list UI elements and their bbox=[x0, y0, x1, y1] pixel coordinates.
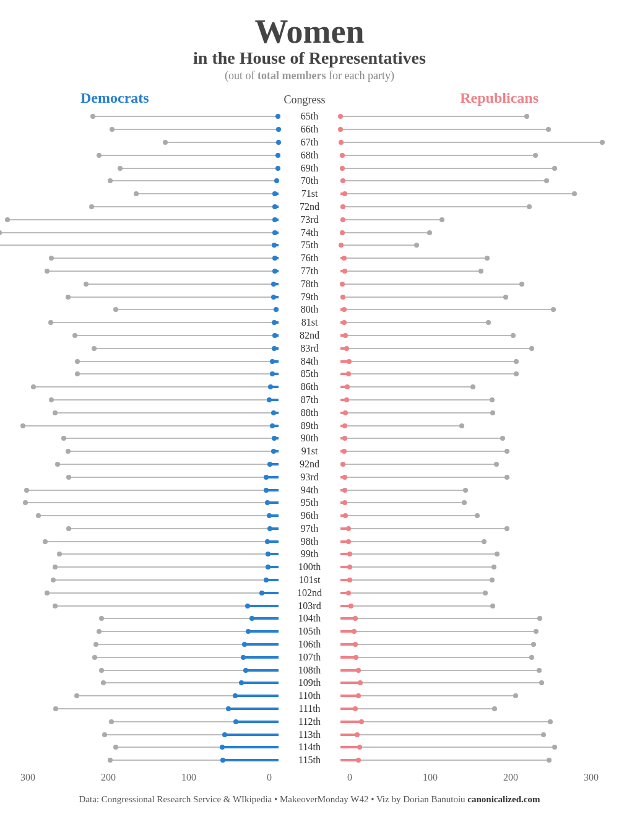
chart-row: 96th bbox=[19, 509, 600, 522]
rep-total-bar bbox=[340, 566, 494, 568]
congress-label: 113th bbox=[279, 729, 340, 740]
rep-total-dot bbox=[514, 371, 519, 376]
dem-women-dot bbox=[226, 706, 231, 711]
chart-row: 100th bbox=[19, 561, 600, 574]
dem-side bbox=[19, 253, 279, 263]
dem-women-bar bbox=[222, 746, 279, 748]
dem-total-bar bbox=[45, 541, 279, 542]
dem-side bbox=[19, 382, 279, 392]
dem-total-bar bbox=[0, 245, 279, 246]
x-axis-gap bbox=[279, 772, 340, 783]
rep-total-dot bbox=[486, 320, 491, 325]
rep-total-bar bbox=[340, 155, 535, 156]
dem-total-bar bbox=[59, 553, 279, 555]
congress-label: 76th bbox=[279, 253, 340, 264]
rep-total-dot bbox=[475, 513, 480, 518]
rep-women-dot bbox=[340, 204, 345, 209]
rep-total-bar bbox=[340, 747, 555, 748]
congress-label: 111th bbox=[279, 703, 340, 714]
dem-total-dot bbox=[109, 719, 114, 724]
dem-total-dot bbox=[53, 410, 58, 415]
chart-row: 77th bbox=[19, 265, 600, 278]
congress-label: 104th bbox=[279, 613, 340, 624]
rep-total-dot bbox=[478, 269, 483, 274]
dem-women-dot bbox=[274, 307, 279, 312]
dem-women-bar bbox=[248, 630, 279, 633]
congress-label: 114th bbox=[279, 742, 340, 753]
rep-women-dot bbox=[347, 578, 352, 582]
chart-row: 111th bbox=[19, 703, 600, 716]
dem-total-bar bbox=[110, 180, 279, 181]
rep-total-dot bbox=[529, 346, 534, 351]
dem-women-dot bbox=[275, 153, 280, 158]
rep-total-bar bbox=[340, 245, 417, 246]
rep-women-dot bbox=[342, 449, 347, 454]
rep-side bbox=[340, 395, 600, 405]
rep-women-dot bbox=[340, 217, 345, 222]
dem-total-dot bbox=[90, 114, 95, 119]
dem-women-bar bbox=[225, 734, 279, 736]
rep-total-dot bbox=[490, 604, 495, 608]
dem-side bbox=[19, 137, 279, 147]
congress-label: 103rd bbox=[279, 600, 340, 612]
congress-label: 70th bbox=[279, 175, 340, 186]
dem-women-dot bbox=[265, 539, 270, 544]
rep-total-bar bbox=[340, 129, 548, 130]
congress-label: 106th bbox=[279, 639, 340, 650]
dem-women-bar bbox=[246, 669, 279, 672]
dem-women-dot bbox=[272, 191, 277, 196]
dem-women-dot bbox=[272, 269, 277, 274]
dem-side bbox=[19, 369, 279, 379]
congress-label: 86th bbox=[279, 381, 340, 392]
rep-side bbox=[340, 240, 600, 250]
rep-total-dot bbox=[514, 359, 519, 364]
dem-total-bar bbox=[69, 477, 279, 478]
rep-women-dot bbox=[352, 629, 357, 634]
dem-total-bar bbox=[58, 464, 279, 465]
rep-total-dot bbox=[552, 745, 557, 750]
dem-side bbox=[19, 163, 279, 173]
dem-total-dot bbox=[66, 526, 71, 531]
dem-total-dot bbox=[113, 745, 118, 750]
rep-women-dot bbox=[340, 166, 345, 171]
dem-total-dot bbox=[72, 333, 77, 338]
rep-total-dot bbox=[504, 526, 509, 531]
rep-side bbox=[340, 421, 600, 431]
dem-women-bar bbox=[243, 656, 279, 659]
dem-total-dot bbox=[93, 642, 98, 647]
dem-women-dot bbox=[271, 282, 276, 287]
rep-side bbox=[340, 111, 600, 121]
rep-side bbox=[340, 344, 600, 353]
chart-row: 67th bbox=[19, 136, 600, 149]
dem-women-dot bbox=[243, 668, 248, 673]
dem-total-dot bbox=[118, 166, 123, 171]
dem-side bbox=[19, 665, 279, 675]
dem-women-dot bbox=[233, 693, 238, 698]
rep-total-dot bbox=[482, 539, 487, 544]
dem-side bbox=[19, 446, 279, 456]
dem-total-bar bbox=[51, 399, 279, 401]
dem-women-dot bbox=[267, 462, 272, 467]
chart-row: 71st bbox=[19, 188, 600, 201]
chart-row: 92nd bbox=[19, 458, 600, 471]
congress-label: 107th bbox=[279, 652, 340, 663]
dem-women-dot bbox=[266, 565, 271, 569]
rep-total-dot bbox=[492, 706, 497, 711]
rep-women-dot bbox=[340, 153, 345, 158]
rep-women-dot bbox=[340, 230, 345, 235]
rep-total-bar bbox=[340, 515, 477, 516]
chart-row: 107th bbox=[19, 651, 600, 664]
dem-women-dot bbox=[267, 526, 272, 531]
rep-total-dot bbox=[544, 178, 549, 183]
congress-label: 67th bbox=[279, 137, 340, 148]
rep-women-dot bbox=[339, 140, 344, 145]
rep-total-dot bbox=[503, 295, 508, 300]
dem-women-dot bbox=[271, 410, 276, 415]
rep-women-dot bbox=[344, 346, 349, 351]
axis-tick: 300 bbox=[582, 772, 600, 783]
dem-women-dot bbox=[233, 719, 238, 724]
rep-total-bar bbox=[340, 219, 442, 220]
dem-total-dot bbox=[113, 307, 118, 312]
rep-total-dot bbox=[531, 642, 536, 647]
rep-side bbox=[340, 459, 600, 469]
